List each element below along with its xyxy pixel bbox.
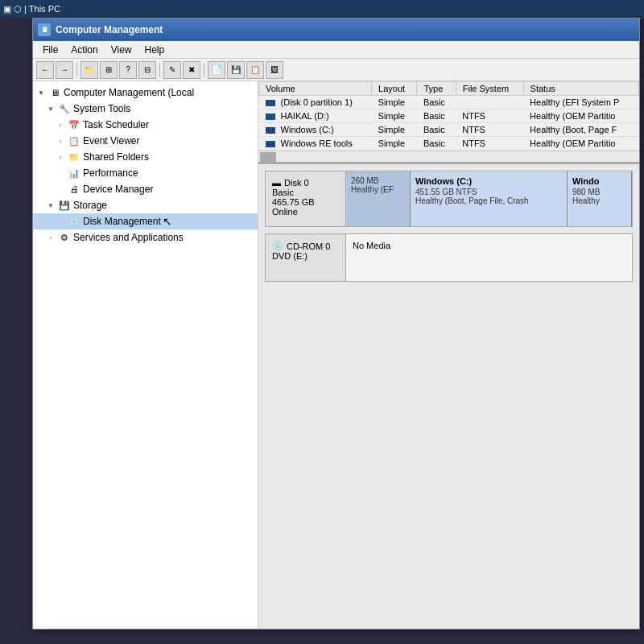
icon-performance: 📊: [68, 167, 80, 180]
toolbar-help[interactable]: ?: [119, 61, 137, 79]
expand-disk-management[interactable]: [56, 217, 65, 226]
toolbar-forward[interactable]: →: [56, 61, 73, 79]
right-panel: Volume Layout Type File System Status: [258, 81, 639, 629]
disk-icon-1: [266, 114, 275, 120]
partition-0-2[interactable]: Windo 980 MB Healthy: [568, 171, 632, 226]
cell-type-3: Basic: [417, 137, 456, 151]
expand-device-manager[interactable]: [56, 184, 65, 194]
menu-help[interactable]: Help: [138, 43, 171, 57]
cell-status-1: Healthy (OEM Partitio: [523, 109, 638, 123]
col-fs[interactable]: File System: [456, 82, 523, 96]
tree-item-disk-management[interactable]: 💿 Disk Management ↖: [33, 213, 258, 229]
h-scroll-thumb[interactable]: [260, 152, 276, 162]
icon-task-scheduler: 📅: [68, 118, 80, 131]
label-services: Services and Applications: [73, 232, 184, 243]
table-row[interactable]: Windows (C:) Simple Basic NTFS Healthy (…: [259, 123, 639, 137]
toolbar-doc[interactable]: 📄: [208, 61, 225, 79]
table-row[interactable]: Windows RE tools Simple Basic NTFS Healt…: [259, 137, 639, 151]
cdrom-icon-row: 💿 CD-ROM 0: [272, 241, 339, 251]
partition-0-0-info: Healthy (EF: [351, 185, 405, 194]
cell-layout-1: Simple: [372, 109, 417, 123]
expand-performance[interactable]: [56, 168, 65, 178]
tree-item-storage[interactable]: ▼ 💾 Storage: [33, 197, 258, 213]
cell-layout-0: Simple: [372, 96, 417, 109]
cell-type-2: Basic: [417, 123, 456, 137]
toolbar-sep3: [204, 63, 204, 77]
icon-disk-management: 💿: [68, 215, 80, 228]
toolbar-sep1: [76, 63, 77, 77]
label-storage: Storage: [73, 200, 107, 211]
toolbar-back[interactable]: ←: [36, 61, 54, 79]
tree-item-system-tools[interactable]: ▼ 🔧 System Tools: [33, 101, 258, 117]
partition-0-2-size: 980 MB: [572, 188, 626, 196]
toolbar: ← → 📁 ⊞ ? ⊟ ✎ ✖ 📄 💾 📋 🖼: [33, 59, 639, 81]
disk-0-name: ▬ Disk 0: [272, 178, 339, 188]
cdrom-media: No Media: [353, 241, 625, 250]
expand-services[interactable]: ›: [46, 233, 56, 242]
menu-view[interactable]: View: [105, 43, 138, 57]
cdrom-0-label: 💿 CD-ROM 0 DVD (E:): [266, 234, 346, 281]
cell-volume-0: (Disk 0 partition 1): [259, 96, 372, 109]
disk-table: Volume Layout Type File System Status: [258, 81, 639, 164]
tree-item-shared-folders[interactable]: › 📁 Shared Folders: [33, 149, 258, 165]
cell-layout-3: Simple: [372, 137, 417, 151]
partition-0-0[interactable]: 260 MB Healthy (EF: [346, 171, 411, 226]
tree-item-task-scheduler[interactable]: › 📅 Task Scheduler: [33, 117, 258, 133]
cell-layout-2: Simple: [372, 123, 417, 137]
cell-fs-0: [456, 96, 523, 109]
partition-0-0-size: 260 MB: [351, 176, 405, 185]
toolbar-minus[interactable]: ⊟: [138, 61, 156, 79]
toolbar-grid[interactable]: ⊞: [100, 61, 118, 79]
disk-icon-2: [266, 127, 275, 134]
toolbar-clipboard[interactable]: 📋: [246, 61, 264, 79]
col-status[interactable]: Status: [523, 82, 638, 96]
partition-0-1-size: 451.55 GB NTFS: [415, 188, 562, 196]
menu-bar: File Action View Help: [33, 41, 639, 59]
cell-volume-2: Windows (C:): [259, 123, 372, 137]
toolbar-image[interactable]: 🖼: [266, 61, 283, 79]
label-event-viewer: Event Viewer: [83, 135, 139, 147]
toolbar-save[interactable]: 💾: [227, 61, 245, 79]
partition-0-1[interactable]: Windows (C:) 451.55 GB NTFS Healthy (Boo…: [411, 171, 568, 226]
screen-wrapper: ▣ ⬡ | This PC 🖥 Computer Management File…: [0, 0, 644, 644]
col-volume[interactable]: Volume: [259, 82, 372, 96]
icon-storage: 💾: [58, 199, 71, 212]
icon-shared-folders: 📁: [68, 151, 80, 163]
cell-fs-3: NTFS: [456, 137, 523, 151]
expand-root[interactable]: ▼: [36, 88, 46, 97]
menu-action[interactable]: Action: [64, 43, 104, 57]
disk-icon-0: [266, 100, 275, 106]
tree-item-performance[interactable]: 📊 Performance: [33, 165, 258, 181]
toolbar-delete[interactable]: ✖: [183, 61, 200, 79]
tree-item-services[interactable]: › ⚙ Services and Applications: [33, 229, 258, 246]
expand-system-tools[interactable]: ▼: [46, 104, 56, 114]
partition-0-2-info: Healthy: [572, 196, 626, 205]
h-scroll[interactable]: [258, 151, 639, 162]
disk-0-label: ▬ Disk 0 Basic 465.75 GB Online: [266, 171, 346, 226]
icon-device-manager: 🖨: [68, 183, 80, 196]
label-shared-folders: Shared Folders: [83, 151, 149, 163]
toolbar-open[interactable]: 📁: [80, 61, 98, 79]
expand-task-scheduler[interactable]: ›: [56, 120, 65, 130]
partition-0-1-info: Healthy (Boot, Page File, Crash: [415, 196, 562, 205]
tree-item-event-viewer[interactable]: › 📋 Event Viewer: [33, 133, 258, 149]
disk-0-status: Online: [272, 207, 339, 217]
tree-item-device-manager[interactable]: 🖨 Device Manager: [33, 181, 258, 197]
partition-0-2-label: Windo: [572, 176, 626, 186]
col-layout[interactable]: Layout: [372, 82, 417, 96]
tree-item-root[interactable]: ▼ 🖥 Computer Management (Local: [33, 85, 258, 101]
label-root: Computer Management (Local: [64, 87, 194, 98]
cell-type-1: Basic: [417, 109, 456, 123]
table-row[interactable]: (Disk 0 partition 1) Simple Basic Health…: [259, 96, 639, 109]
col-type[interactable]: Type: [417, 82, 456, 96]
disk-0-size: 465.75 GB: [272, 197, 339, 207]
disk-0-partitions: 260 MB Healthy (EF Windows (C:) 451.55 G…: [346, 171, 632, 226]
disk-0-icon: ▬: [272, 178, 281, 188]
expand-event-viewer[interactable]: ›: [56, 136, 65, 146]
menu-file[interactable]: File: [36, 43, 64, 57]
title-bar: 🖥 Computer Management: [33, 19, 639, 41]
table-row[interactable]: HAIKAL (D:) Simple Basic NTFS Healthy (O…: [259, 109, 639, 123]
expand-storage[interactable]: ▼: [46, 200, 56, 210]
expand-shared-folders[interactable]: ›: [56, 152, 65, 162]
toolbar-edit[interactable]: ✎: [163, 61, 181, 79]
